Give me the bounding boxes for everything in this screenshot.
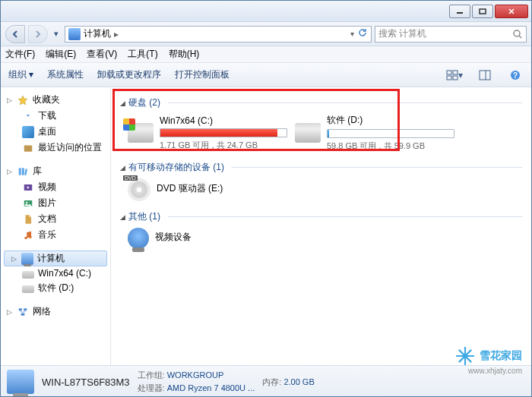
svg-rect-3	[447, 71, 451, 74]
svg-point-17	[26, 201, 27, 203]
svg-text:?: ?	[513, 71, 518, 80]
drive-stat: 59.8 GB 可用 , 共 59.9 GB	[327, 140, 454, 152]
hdd-icon	[295, 123, 321, 143]
drive-capacity-bar	[327, 129, 454, 138]
svg-point-18	[24, 236, 27, 239]
star-icon	[17, 94, 29, 106]
breadcrumb-sep-icon: ▸	[114, 29, 119, 39]
expand-icon: ▷	[7, 308, 13, 316]
sidebar-item-music[interactable]: 音乐	[4, 227, 107, 243]
device-video[interactable]: 视频设备	[128, 228, 287, 249]
sidebar-item-downloads[interactable]: 下载	[4, 108, 107, 124]
sidebar-item-drive-d[interactable]: 软件 (D:)	[4, 280, 107, 296]
details-hostname: WIN-L87TS6F83M3	[42, 377, 130, 388]
svg-rect-21	[24, 308, 27, 310]
uninstall-button[interactable]: 卸载或更改程序	[97, 68, 161, 81]
refresh-icon[interactable]	[357, 27, 368, 40]
snowflake-icon	[455, 346, 475, 366]
maximize-button[interactable]	[472, 5, 493, 18]
help-button[interactable]: ?	[507, 68, 524, 83]
svg-rect-11	[24, 145, 33, 151]
navigation-sidebar: ▷收藏夹 下载 桌面 最近访问的位置 ▷库 视频 图片 文档 音乐 ▷计算机 W…	[1, 87, 111, 365]
details-pane: WIN-L87TS6F83M3 工作组: WORKGROUP 处理器: AMD …	[1, 365, 531, 397]
menu-edit[interactable]: 编辑(E)	[46, 48, 76, 61]
expand-icon: ▷	[7, 96, 13, 104]
computer-icon	[21, 253, 33, 265]
sidebar-item-desktop[interactable]: 桌面	[4, 124, 107, 140]
sidebar-network[interactable]: ▷网络	[4, 304, 107, 320]
sidebar-favorites-label: 收藏夹	[33, 93, 60, 106]
sidebar-favorites[interactable]: ▷收藏夹	[4, 92, 107, 108]
group-header-other[interactable]: ◢其他 (1)	[120, 210, 522, 223]
svg-rect-20	[19, 308, 22, 310]
menu-tools[interactable]: 工具(T)	[128, 48, 157, 61]
libraries-icon	[17, 165, 29, 178]
svg-rect-1	[480, 9, 486, 14]
nav-back-button[interactable]	[5, 25, 25, 43]
sidebar-item-videos[interactable]: 视频	[4, 179, 107, 195]
address-dropdown-icon[interactable]: ▾	[350, 30, 354, 38]
drive-name: Win7x64 (C:)	[160, 115, 287, 126]
hdd-os-icon	[128, 123, 154, 143]
videos-icon	[22, 181, 34, 194]
svg-point-23	[464, 354, 467, 358]
drive-d[interactable]: 软件 (D:) 59.8 GB 可用 , 共 59.9 GB	[295, 114, 454, 152]
group-header-hdd[interactable]: ◢硬盘 (2)	[120, 96, 522, 109]
sidebar-libraries[interactable]: ▷库	[4, 163, 107, 179]
address-bar: ▾ 计算机 ▸ ▾ 搜索 计算机	[1, 22, 531, 46]
address-input[interactable]: 计算机 ▸ ▾	[65, 26, 372, 43]
collapse-icon: ◢	[120, 164, 125, 172]
watermark-text: 雪花家园	[480, 349, 522, 363]
menu-bar: 文件(F) 编辑(E) 查看(V) 工具(T) 帮助(H)	[1, 46, 531, 63]
svg-point-19	[29, 235, 32, 238]
sidebar-item-recent[interactable]: 最近访问的位置	[4, 140, 107, 156]
network-icon	[17, 306, 29, 318]
preview-pane-button[interactable]	[477, 68, 493, 83]
menu-help[interactable]: 帮助(H)	[169, 48, 200, 61]
menu-view[interactable]: 查看(V)	[87, 48, 117, 61]
svg-rect-22	[21, 313, 25, 315]
sidebar-computer[interactable]: ▷计算机	[4, 250, 107, 266]
nav-history-dropdown[interactable]: ▾	[51, 25, 62, 43]
desktop-icon	[22, 126, 34, 138]
collapse-icon: ◢	[120, 99, 125, 107]
svg-rect-14	[24, 169, 27, 175]
search-icon	[512, 29, 523, 39]
group-header-removable[interactable]: ◢有可移动存储的设备 (1)	[120, 161, 522, 174]
menu-file[interactable]: 文件(F)	[5, 48, 35, 61]
search-placeholder: 搜索 计算机	[378, 27, 509, 40]
toolbar: 组织 ▾ 系统属性 卸载或更改程序 打开控制面板 ▾ ?	[1, 63, 531, 87]
minimize-button[interactable]	[449, 5, 470, 18]
organize-button[interactable]: 组织 ▾	[8, 68, 33, 81]
drive-name: DVD 驱动器 (E:)	[157, 182, 287, 195]
svg-rect-5	[447, 76, 451, 80]
computer-big-icon	[7, 370, 34, 394]
collapse-icon: ◢	[120, 213, 125, 221]
system-properties-button[interactable]: 系统属性	[47, 68, 84, 81]
search-input[interactable]: 搜索 计算机	[375, 26, 527, 43]
expand-icon: ▷	[7, 168, 13, 175]
recent-icon	[22, 142, 34, 154]
svg-rect-7	[480, 71, 490, 80]
download-icon	[22, 110, 34, 122]
svg-rect-4	[453, 71, 458, 74]
svg-rect-12	[19, 168, 21, 175]
drive-name: 软件 (D:)	[327, 114, 454, 127]
content-pane: ◢硬盘 (2) Win7x64 (C:) 1.71 GB 可用 , 共 24.7…	[111, 87, 531, 365]
svg-rect-13	[22, 168, 24, 175]
drive-icon	[22, 271, 34, 279]
sidebar-item-documents[interactable]: 文档	[4, 211, 107, 227]
control-panel-button[interactable]: 打开控制面板	[175, 68, 230, 81]
watermark-url: www.xhjaty.com	[468, 367, 522, 375]
close-button[interactable]	[495, 5, 528, 18]
drive-c[interactable]: Win7x64 (C:) 1.71 GB 可用 , 共 24.7 GB	[128, 114, 287, 152]
sidebar-item-pictures[interactable]: 图片	[4, 195, 107, 211]
drive-dvd[interactable]: DVD 驱动器 (E:)	[128, 178, 287, 201]
address-location: 计算机	[84, 27, 111, 40]
music-icon	[22, 229, 34, 241]
drive-icon	[22, 285, 34, 293]
computer-icon	[68, 28, 81, 40]
sidebar-item-drive-c[interactable]: Win7x64 (C:)	[4, 266, 107, 280]
view-options-button[interactable]: ▾	[446, 68, 463, 83]
nav-forward-button[interactable]	[28, 25, 48, 43]
